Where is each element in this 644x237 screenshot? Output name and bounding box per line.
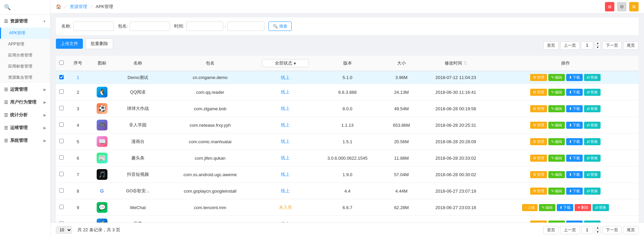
- last-page-bottom[interactable]: 尾页: [623, 226, 639, 234]
- row-checkbox[interactable]: [59, 205, 64, 209]
- action-replace-button[interactable]: ⇄替换: [592, 204, 609, 211]
- next-page-top[interactable]: 下一页: [602, 41, 622, 50]
- action-replace-button[interactable]: ⇄替换: [584, 188, 601, 195]
- row-checkbox[interactable]: [59, 106, 64, 110]
- th-status[interactable]: 全部状态 ▾: [259, 56, 311, 71]
- page-down-bottom[interactable]: ▼: [594, 230, 601, 234]
- sidebar-group-header-system[interactable]: ☰ 系统管理 ▶: [0, 134, 50, 147]
- sidebar-group-label-system: 系统管理: [10, 137, 28, 144]
- action-download-button[interactable]: ⬇下载: [566, 138, 583, 145]
- action-replace-button[interactable]: ⇄替换: [584, 155, 601, 162]
- action-manage-button[interactable]: ⚙管理: [530, 138, 547, 145]
- sidebar-group-header-user-behavior[interactable]: ☰ 用户行为管理 ▶: [0, 96, 50, 109]
- breadcrumb-sep1: ／: [63, 4, 68, 10]
- action-edit-button[interactable]: ✎编辑: [548, 155, 565, 162]
- batch-delete-button[interactable]: 批量删除: [86, 38, 113, 49]
- row-checkbox[interactable]: [59, 89, 64, 94]
- row-checkbox[interactable]: [59, 188, 64, 193]
- row-checkbox[interactable]: [59, 139, 64, 143]
- row-checkbox-cell: [56, 71, 67, 84]
- sidebar-group-ops: ☰ 运营管理 ▶: [0, 83, 50, 96]
- upload-button[interactable]: 上传文件: [56, 39, 83, 49]
- first-page-bottom[interactable]: 首页: [543, 226, 559, 234]
- prev-page-bottom[interactable]: 上一页: [560, 226, 580, 234]
- action-edit-button[interactable]: ✎编辑: [548, 122, 565, 129]
- header-icon-settings[interactable]: ⚙: [617, 2, 626, 11]
- date-range: -: [186, 22, 264, 31]
- action-replace-button[interactable]: ⇄替换: [584, 171, 601, 178]
- action-download-button[interactable]: ⬇下载: [566, 171, 583, 178]
- page-up-top[interactable]: ▲: [594, 41, 601, 45]
- sidebar-group-header-devops[interactable]: ☰ 运维管理 ▶: [0, 121, 50, 134]
- date-end-input[interactable]: [227, 22, 264, 31]
- sidebar-group-header-resources[interactable]: ☰ 资源管理 ▼: [0, 15, 50, 28]
- last-page-top[interactable]: 尾页: [623, 41, 639, 50]
- action-download-button[interactable]: ⬇下载: [566, 89, 583, 96]
- action-edit-button[interactable]: ✎编辑: [548, 188, 565, 195]
- action-download-button[interactable]: ⬇下载: [566, 105, 583, 112]
- select-all-checkbox[interactable]: [59, 61, 64, 65]
- header-icon-grid[interactable]: ⊞: [605, 2, 614, 11]
- date-separator: -: [225, 24, 226, 29]
- name-input[interactable]: [73, 22, 114, 31]
- prev-page-top[interactable]: 上一页: [560, 41, 580, 50]
- action-download-button[interactable]: ⬇下载: [566, 155, 583, 162]
- breadcrumb-home-icon[interactable]: 🏠: [56, 4, 61, 9]
- sidebar-item-collection[interactable]: 资源集合管理: [0, 72, 50, 83]
- pkg-input[interactable]: [130, 22, 170, 31]
- page-number-top[interactable]: [581, 41, 593, 49]
- action-download-button[interactable]: ⬇下载: [557, 204, 573, 211]
- action-manage-button[interactable]: ⚙管理: [530, 89, 547, 96]
- th-modified[interactable]: 修改时间 ⇅: [419, 56, 492, 71]
- page-down-top[interactable]: ▼: [594, 45, 601, 50]
- action-edit-button[interactable]: ✎编辑: [548, 89, 565, 96]
- action-buttons: ⚙管理✎编辑⬇下载⇄替换: [495, 155, 636, 162]
- action-edit-button[interactable]: ✎编辑: [548, 138, 565, 145]
- sidebar-group-header-ops[interactable]: ☰ 运营管理 ▶: [0, 83, 50, 96]
- sidebar-group-label-stats: 统计分析: [10, 112, 28, 118]
- sidebar-search-area[interactable]: 🔍: [0, 0, 50, 15]
- sidebar-item-tags[interactable]: 应用标签管理: [0, 61, 50, 72]
- sidebar-item-apk[interactable]: APK管理: [0, 28, 50, 39]
- th-package: 包名: [161, 56, 260, 71]
- search-icon[interactable]: 🔍: [4, 4, 11, 10]
- row-checkbox[interactable]: [59, 172, 64, 176]
- action-online-button[interactable]: ↑上线: [522, 204, 538, 211]
- row-modified: 2018-06-28 00:30:02: [419, 166, 492, 183]
- sidebar-item-app[interactable]: APP管理: [0, 39, 50, 50]
- action-replace-button[interactable]: ⇄替换: [584, 122, 601, 129]
- action-manage-button[interactable]: ⚙管理: [530, 171, 547, 178]
- page-up-bottom[interactable]: ▲: [594, 226, 601, 230]
- action-replace-button[interactable]: ⇄替换: [584, 138, 601, 145]
- first-page-top[interactable]: 首页: [543, 41, 559, 50]
- action-download-button[interactable]: ⬇下载: [566, 188, 583, 195]
- breadcrumb-resource[interactable]: 资源管理: [70, 4, 87, 10]
- action-edit-button[interactable]: ✎编辑: [548, 74, 565, 81]
- sidebar-group-header-stats[interactable]: ☰ 统计分析 ▶: [0, 109, 50, 121]
- action-replace-button[interactable]: ⇄替换: [584, 105, 601, 112]
- action-manage-button[interactable]: ⚙管理: [530, 188, 547, 195]
- row-checkbox[interactable]: [59, 155, 64, 160]
- header-icon-extra[interactable]: ⊞: [629, 2, 639, 11]
- action-manage-button[interactable]: ⚙管理: [530, 155, 547, 162]
- action-download-button[interactable]: ⬇下载: [566, 122, 583, 129]
- sidebar-item-category[interactable]: 应用分类管理: [0, 50, 50, 61]
- action-delete-button[interactable]: ✕删除: [575, 204, 591, 211]
- next-page-bottom[interactable]: 下一页: [602, 226, 622, 234]
- action-edit-button[interactable]: ✎编辑: [548, 171, 565, 178]
- action-replace-button[interactable]: ⇄替换: [584, 89, 601, 96]
- date-start-input[interactable]: [186, 22, 223, 31]
- row-checkbox[interactable]: [59, 122, 64, 127]
- row-checkbox[interactable]: [59, 75, 64, 79]
- action-manage-button[interactable]: ⚙管理: [530, 105, 547, 112]
- action-manage-button[interactable]: ⚙管理: [530, 122, 547, 129]
- action-edit-button[interactable]: ✎编辑: [548, 105, 565, 112]
- th-icon: 图标: [89, 56, 115, 71]
- action-download-button[interactable]: ⬇下载: [566, 74, 583, 81]
- action-replace-button[interactable]: ⇄替换: [584, 74, 601, 81]
- action-manage-button[interactable]: ⚙管理: [530, 74, 547, 81]
- page-number-bottom[interactable]: [581, 226, 593, 234]
- action-edit-button[interactable]: ✎编辑: [539, 204, 555, 211]
- page-size-select[interactable]: 10 20 50: [56, 226, 72, 234]
- search-button[interactable]: 🔍 搜索: [268, 22, 292, 31]
